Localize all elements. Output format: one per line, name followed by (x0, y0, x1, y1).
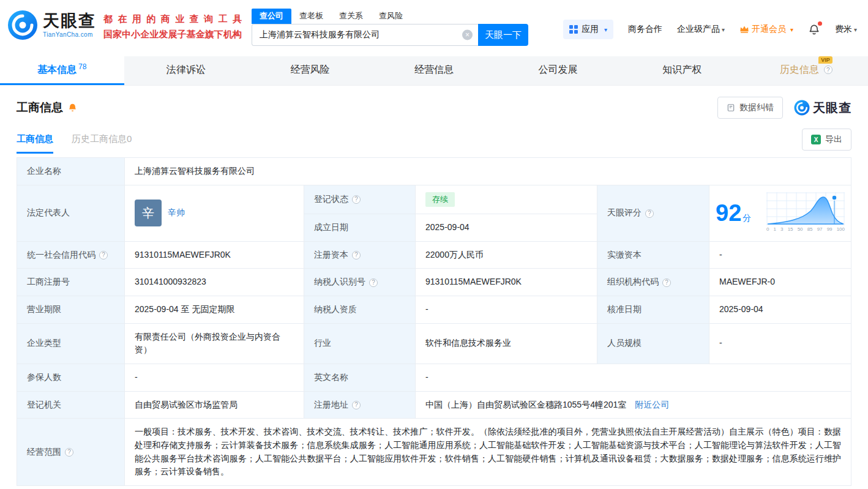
score-value: 92 (716, 200, 741, 226)
value-tyc-score: 92分 013155085979 (709, 185, 851, 241)
tianyancha-logo-icon (7, 10, 38, 40)
score-unit: 分 (743, 213, 751, 223)
search-input[interactable] (252, 24, 478, 45)
score-tick: 85 (807, 226, 813, 233)
search-tab-risk[interactable]: 查风险 (371, 9, 411, 24)
tab-business-info[interactable]: 经营信息 (372, 56, 496, 85)
label-english-name: 英文名称 (304, 364, 416, 392)
value-reg-number: 310141000932823 (125, 269, 304, 296)
apps-label: 应用 (582, 24, 599, 35)
help-icon[interactable]: ? (352, 401, 361, 409)
label-paid-capital: 实缴资本 (597, 241, 709, 269)
excel-icon: X (811, 135, 821, 144)
promo-line1: 都在用的商业查询工具 (103, 12, 242, 27)
help-icon[interactable]: ? (662, 278, 671, 287)
value-staff-size: - (709, 323, 851, 364)
table-row: 参保人数 - 英文名称 - (17, 364, 851, 392)
subtab-count: 0 (127, 133, 132, 144)
help-icon: ? (824, 65, 832, 74)
notification-bell[interactable] (808, 23, 820, 35)
table-row: 工商注册号 310141000932823 纳税人识别号? 91310115MA… (17, 269, 851, 296)
vip-badge: VIP (818, 56, 832, 64)
avatar[interactable]: 辛 (135, 200, 162, 226)
value-reg-authority: 自由贸易试验区市场监管局 (125, 391, 304, 419)
table-row: 经营范围? 一般项目：技术服务、技术开发、技术咨询、技术交流、技术转让、技术推广… (17, 419, 851, 486)
nav-enterprise[interactable]: 企业级产品 ▾ (677, 24, 725, 35)
tab-operational-risk[interactable]: 经营风险 (248, 56, 372, 85)
label-reg-capital: 注册资本? (304, 241, 416, 269)
value-business-term: 2025-09-04 至 无固定期限 (125, 296, 304, 323)
value-establish-date: 2025-09-04 (416, 214, 597, 241)
score-curve (766, 192, 845, 225)
score-marker (832, 195, 837, 200)
tab-intellectual-property[interactable]: 知识产权 (620, 56, 744, 85)
search-tab-relation[interactable]: 查关系 (331, 9, 371, 24)
value-taxpayer-id: 91310115MAEWEFJR0K (416, 269, 597, 296)
apps-menu[interactable]: 应用 ▾ (563, 20, 613, 39)
table-row: 企业类型 有限责任公司（外商投资企业与内资合资） 行业 软件和信息技术服务业 人… (17, 323, 851, 364)
value-reg-capital: 22000万人民币 (416, 241, 597, 269)
score-tick: 3 (780, 226, 783, 233)
score-tick: 99 (827, 226, 832, 233)
subtab-history-business-info[interactable]: 历史工商信息0 (72, 133, 132, 154)
help-icon[interactable]: ? (645, 209, 654, 218)
value-taxpayer-qualification: - (416, 296, 597, 323)
tab-count-badge: 78 (78, 62, 86, 71)
help-icon[interactable]: ? (352, 195, 361, 204)
table-row: 统一社会信用代码? 91310115MAEWEFJR0K 注册资本? 22000… (17, 241, 851, 269)
help-icon[interactable]: ? (369, 278, 378, 287)
nav-vip-label: 开通会员 (752, 24, 786, 35)
value-english-name: - (416, 364, 851, 392)
tab-company-development[interactable]: 公司发展 (496, 56, 620, 85)
site-header: 天眼查 TianYanCha.com 都在用的商业查询工具 国家中小企业发展子基… (0, 0, 868, 56)
label-reg-status: 登记状态? (304, 185, 416, 214)
subtabs: 工商信息 历史工商信息0 X 导出 (0, 129, 868, 154)
value-legal-rep: 辛 辛帅 (125, 185, 304, 241)
score-tick: 0 (766, 226, 769, 233)
label-taxpayer-qualification: 纳税人资质 (304, 296, 416, 323)
watermark-text: 天眼查 (813, 100, 851, 116)
value-company-name: 上海浦算云智科技服务有限公司 (125, 158, 851, 185)
export-label: 导出 (825, 134, 842, 145)
nav-cooperation[interactable]: 商务合作 (628, 24, 662, 35)
value-approval-date: 2025-09-04 (709, 296, 851, 323)
label-company-name: 企业名称 (17, 158, 125, 185)
help-icon[interactable]: ? (65, 448, 73, 457)
search-tab-boss[interactable]: 查老板 (291, 9, 331, 24)
search-area: 查公司 查老板 查关系 查风险 × 天眼一下 (252, 9, 528, 46)
nearby-companies-link[interactable]: 附近公司 (635, 400, 669, 409)
data-correction-button[interactable]: 数据纠错 (717, 97, 783, 119)
tab-history-info[interactable]: 历史信息 VIP ? (744, 56, 868, 85)
score-distribution-chart: 0131550859799100 (766, 192, 845, 233)
user-menu[interactable]: 费米 ▾ (835, 24, 857, 35)
label-org-code: 组织机构代码? (597, 269, 709, 296)
help-icon[interactable]: ? (99, 251, 108, 259)
section-actions: 数据纠错 天眼查 (717, 97, 851, 119)
help-icon[interactable]: ? (352, 251, 361, 259)
tab-basic-info[interactable]: 基本信息78 (0, 56, 124, 85)
search-clear-icon[interactable]: × (462, 30, 473, 40)
tab-legal-proceedings[interactable]: 法律诉讼 (124, 56, 249, 85)
label-tyc-score: 天眼评分? (597, 185, 709, 241)
subtab-business-info[interactable]: 工商信息 (17, 133, 53, 154)
search-tab-company[interactable]: 查公司 (252, 9, 291, 24)
brand-name: 天眼查 (43, 12, 96, 29)
search-bar: × 天眼一下 (252, 24, 528, 46)
value-paid-capital: - (709, 241, 851, 269)
promo-line2: 国家中小企业发展子基金旗下机构 (103, 27, 242, 42)
tianyancha-logo[interactable]: 天眼查 TianYanCha.com (7, 10, 96, 40)
value-business-scope: 一般项目：技术服务、技术开发、技术咨询、技术交流、技术转让、技术推广；软件开发。… (125, 419, 851, 486)
nav-vip-upgrade[interactable]: 开通会员 ▾ (739, 24, 793, 35)
data-correction-label: 数据纠错 (739, 102, 774, 113)
company-section-tabs: 基本信息78 法律诉讼 经营风险 经营信息 公司发展 知识产权 历史信息 VIP… (0, 56, 868, 86)
user-name: 费米 (835, 24, 852, 35)
alert-bell-icon[interactable] (68, 103, 77, 113)
export-button[interactable]: X 导出 (802, 129, 851, 151)
legal-rep-link[interactable]: 辛帅 (168, 206, 185, 220)
search-button[interactable]: 天眼一下 (478, 24, 528, 46)
label-business-term: 营业期限 (17, 296, 125, 323)
score-tick: 50 (798, 226, 803, 233)
value-org-code: MAEWEFJR-0 (709, 269, 851, 296)
label-insured-count: 参保人数 (17, 364, 125, 392)
tab-label: 经营风险 (290, 64, 329, 77)
